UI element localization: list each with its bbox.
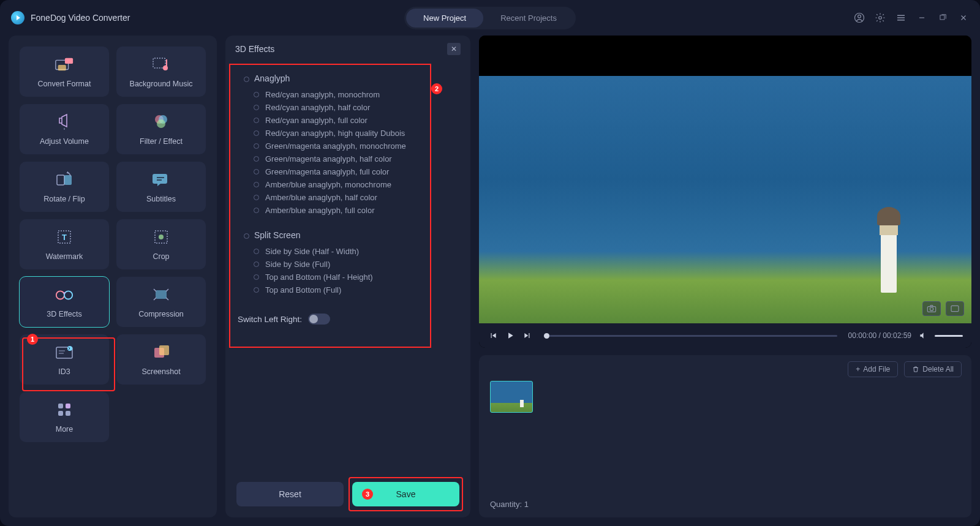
svg-point-1 [858,15,861,18]
anaglyph-options: Red/cyan anaglyph, monochrom Red/cyan an… [235,88,461,217]
panel-title: 3D Effects [235,44,274,54]
tool-rotate-flip[interactable]: Rotate / Flip [20,162,109,212]
option-anaglyph-3[interactable]: Red/cyan anaglyph, high quality Dubois [254,127,461,140]
svg-rect-3 [940,15,944,20]
option-anaglyph-8[interactable]: Amber/blue anaglyph, half color [254,191,461,204]
next-frame-icon[interactable] [522,330,533,341]
add-file-button[interactable]: +Add File [848,361,898,377]
tab-new-project[interactable]: New Project [406,9,483,28]
file-thumbnail[interactable] [490,381,533,413]
id3-icon [55,343,74,361]
svg-rect-27 [58,411,63,416]
option-anaglyph-0[interactable]: Red/cyan anaglyph, monochrom [254,88,461,101]
snapshot-icon[interactable] [922,301,941,316]
video-content-lighthouse [873,207,904,293]
settings-icon[interactable] [875,12,886,23]
tool-label: Watermark [46,252,83,261]
play-icon[interactable] [505,330,516,341]
reset-button[interactable]: Reset [236,482,344,506]
quantity-label: Quantity: 1 [490,500,960,509]
rotate-flip-icon [55,170,74,189]
compression-icon [151,285,171,304]
svg-point-11 [157,119,165,128]
video-frame[interactable] [479,36,971,323]
svg-point-30 [930,307,933,310]
adjust-volume-icon [55,113,74,131]
crop-icon [151,228,171,246]
option-anaglyph-1[interactable]: Red/cyan anaglyph, half color [254,101,461,114]
maximize-icon[interactable] [937,12,948,23]
delete-all-button[interactable]: Delete All [904,361,962,377]
menu-icon[interactable] [895,12,907,23]
tool-watermark[interactable]: T Watermark [20,219,109,269]
tool-3d-effects[interactable]: 3D Effects [20,277,109,327]
svg-rect-6 [58,65,66,70]
save-button[interactable]: 3 Save [352,482,459,506]
annotation-badge-1: 1 [27,334,38,345]
tool-label: Background Music [130,80,193,88]
seek-bar[interactable] [544,335,837,337]
tool-compression[interactable]: Compression [116,277,206,327]
screenshot-icon [151,343,171,361]
group-anaglyph-title[interactable]: Anaglyph [235,66,461,88]
convert-format-icon [55,55,74,73]
option-anaglyph-2[interactable]: Red/cyan anaglyph, full color [254,114,461,127]
preview-panel: 00:00:00 / 00:02:59 +Add File Delete All… [479,36,971,517]
prev-frame-icon[interactable] [488,330,499,341]
tool-convert-format[interactable]: Convert Format [20,47,109,97]
filter-effect-icon [151,113,171,131]
tool-label: Adjust Volume [40,137,89,146]
subtitles-icon [151,170,171,189]
svg-point-17 [159,235,164,239]
option-anaglyph-5[interactable]: Green/magenta anaglyph, half color [254,152,461,165]
svg-rect-24 [159,345,169,355]
volume-slider[interactable] [935,335,963,337]
tool-label: Screenshot [141,367,180,376]
svg-rect-13 [64,175,72,185]
titlebar: FoneDog Video Converter New Project Rece… [0,0,980,36]
option-split-1[interactable]: Side by Side (Full) [254,258,461,271]
app-logo-icon [11,11,24,24]
switch-label: Switch Left Right: [238,315,302,324]
option-anaglyph-7[interactable]: Amber/blue anaglyph, monochrome [254,178,461,191]
tool-screenshot[interactable]: Screenshot [116,334,206,385]
tool-label: 3D Effects [47,310,81,318]
panel-footer: Reset 3 Save [225,473,470,517]
panel-header: 3D Effects ✕ [225,36,470,62]
option-split-0[interactable]: Side by Side (Half - Width) [254,245,461,258]
project-tabs: New Project Recent Projects [404,7,576,29]
switch-left-right-row: Switch Left Right: [235,296,461,325]
option-anaglyph-4[interactable]: Green/magenta anaglyph, monochrome [254,140,461,152]
panel-body: 2 Anaglyph Red/cyan anaglyph, monochrom … [225,62,470,473]
group-split-title[interactable]: Split Screen [235,223,461,245]
switch-left-right-toggle[interactable] [308,314,330,325]
tool-subtitles[interactable]: Subtitles [116,162,206,212]
option-anaglyph-9[interactable]: Amber/blue anaglyph, full color [254,204,461,217]
option-split-2[interactable]: Top and Bottom (Half - Height) [254,271,461,284]
svg-point-2 [879,17,882,20]
close-icon[interactable] [958,12,969,23]
account-icon[interactable] [854,12,865,23]
minimize-icon[interactable] [916,12,927,23]
video-preview: 00:00:00 / 00:02:59 [479,36,971,348]
tool-adjust-volume[interactable]: Adjust Volume [20,104,109,154]
annotation-badge-2: 2 [431,83,442,94]
fullscreen-icon[interactable] [946,301,964,316]
tool-filter-effect[interactable]: Filter / Effect [116,104,206,154]
app-window: FoneDog Video Converter New Project Rece… [0,0,980,526]
watermark-icon: T [55,228,74,246]
tool-more[interactable]: More [20,392,109,442]
app-title: FoneDog Video Converter [31,13,130,23]
tool-crop[interactable]: Crop [116,219,206,269]
svg-rect-28 [66,411,70,416]
tool-label: Subtitles [146,195,176,203]
option-split-3[interactable]: Top and Bottom (Full) [254,284,461,296]
background-music-icon [151,55,171,73]
tool-background-music[interactable]: Background Music [116,47,206,97]
option-anaglyph-6[interactable]: Green/magenta anaglyph, full color [254,165,461,178]
volume-icon[interactable] [918,330,929,341]
tab-recent-projects[interactable]: Recent Projects [483,9,574,28]
tools-panel: Convert Format Background Music Adjust V… [9,36,217,517]
svg-point-18 [56,291,64,299]
panel-close-button[interactable]: ✕ [447,43,461,55]
